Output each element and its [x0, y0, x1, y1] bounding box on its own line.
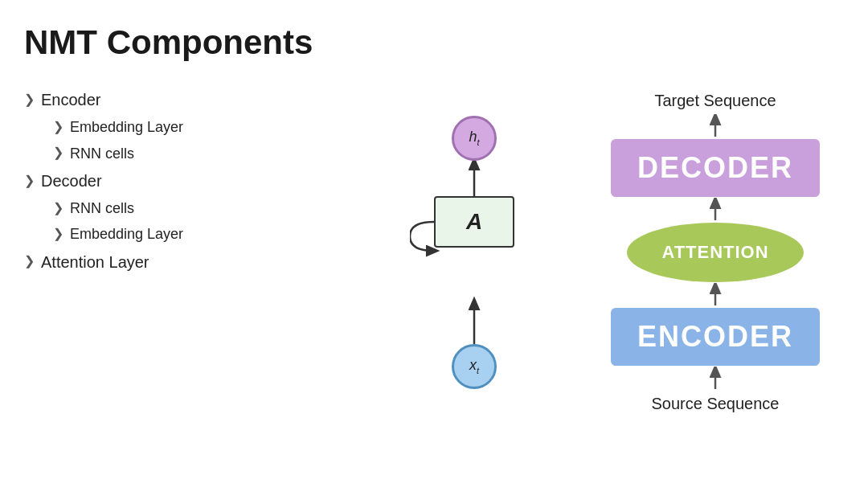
attention-label: ATTENTION [661, 242, 768, 263]
outline-item-encoder: ❯ Encoder [24, 85, 370, 114]
chevron-icon: ❯ [53, 116, 63, 139]
left-panel: NMT Components ❯ Encoder ❯ Embedding Lay… [0, 0, 386, 504]
decoder-label: DECODER [637, 151, 793, 185]
chevron-icon: ❯ [24, 250, 35, 273]
ht-label: ht [469, 129, 479, 147]
arrow-mid2 [707, 282, 723, 308]
attention-ellipse: ATTENTION [627, 223, 804, 282]
right-panel: Target Sequence DECODER [563, 0, 868, 504]
arrow-mid1 [707, 197, 723, 223]
page-title: NMT Components [24, 24, 370, 61]
decoder-box: DECODER [611, 139, 820, 197]
arrow-top [707, 113, 723, 139]
chevron-icon: ❯ [53, 141, 63, 165]
a-label: A [466, 209, 482, 235]
chevron-icon: ❯ [53, 197, 63, 220]
arrow-bottom [707, 366, 723, 391]
chevron-icon: ❯ [24, 88, 35, 112]
source-sequence-label: Source Sequence [651, 395, 779, 413]
xt-node: xt [452, 344, 497, 389]
encoder-box: ENCODER [611, 308, 820, 366]
ht-node: ht [452, 116, 497, 161]
outline: ❯ Encoder ❯ Embedding Layer ❯ RNN cells … [24, 85, 370, 277]
a-node: A [434, 196, 514, 248]
center-diagram-panel: ht A xt [386, 0, 563, 504]
arch-diagram: Target Sequence DECODER [595, 92, 836, 413]
target-sequence-label: Target Sequence [654, 92, 776, 110]
chevron-icon: ❯ [24, 170, 35, 193]
outline-item-embedding2: ❯ Embedding Layer [53, 221, 370, 247]
xt-label: xt [469, 357, 479, 375]
outline-item-rnn2: ❯ RNN cells [53, 195, 370, 221]
outline-item-decoder: ❯ Decoder [24, 166, 370, 195]
chevron-icon: ❯ [53, 223, 63, 246]
outline-item-attention: ❯ Attention Layer [24, 248, 370, 277]
outline-item-embedding1: ❯ Embedding Layer [53, 114, 370, 140]
rnn-diagram: ht A xt [410, 116, 538, 389]
encoder-label: ENCODER [637, 320, 793, 354]
outline-item-rnn1: ❯ RNN cells [53, 141, 370, 166]
